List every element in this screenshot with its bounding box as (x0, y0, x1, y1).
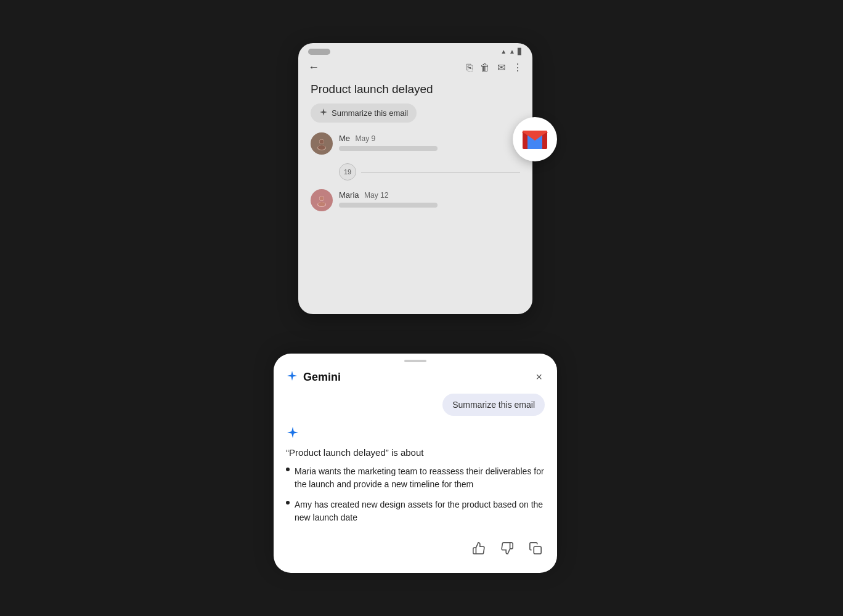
chat-bubble-row: Summarize this email (274, 394, 557, 426)
signal-icon: ▲ (509, 48, 515, 55)
summarize-button[interactable]: Summarize this email (311, 103, 417, 123)
thread-item-me: Me May 9 (311, 132, 520, 155)
phone-card: ▲ ▲ ▊ ← ⎘ 🗑 ✉ ⋮ Product launch delayed (298, 43, 532, 314)
response-intro: “Product launch delayed” is about (286, 447, 545, 458)
thread-item-maria: Maria May 12 (311, 189, 520, 211)
phone-toolbar: ← ⎘ 🗑 ✉ ⋮ (298, 57, 532, 78)
collapse-line (361, 172, 520, 172)
sheet-actions (274, 532, 557, 561)
avatar-me (311, 132, 333, 155)
sheet-handle (404, 360, 426, 362)
phone-content: Product launch delayed Summarize this em… (298, 78, 532, 225)
bullet-list: Maria wants the marketing team to reasse… (286, 465, 545, 524)
delete-icon[interactable]: 🗑 (480, 62, 490, 73)
bullet-dot-1 (286, 468, 290, 471)
status-icons: ▲ ▲ ▊ (500, 48, 523, 55)
svg-point-7 (318, 202, 325, 206)
summarize-icon (319, 108, 328, 118)
svg-point-2 (320, 140, 324, 144)
status-bar: ▲ ▲ ▊ (298, 43, 532, 57)
thumbs-down-button[interactable] (498, 539, 516, 561)
gemini-star-icon (286, 370, 298, 385)
more-icon[interactable]: ⋮ (513, 62, 523, 73)
sender-me: Me (339, 134, 350, 143)
thread-meta-maria: Maria May 12 (339, 189, 520, 208)
sheet-handle-row (274, 354, 557, 366)
collapse-row: 19 (339, 163, 520, 180)
svg-point-3 (318, 145, 325, 150)
battery-icon: ▊ (518, 48, 523, 55)
preview-bar-maria (339, 203, 438, 208)
bullet-dot-2 (286, 501, 290, 505)
email-subject: Product launch delayed (311, 83, 520, 96)
gemini-response: “Product launch delayed” is about Maria … (274, 426, 557, 524)
avatar-maria (311, 189, 333, 211)
sender-maria: Maria (339, 190, 359, 200)
gemini-title-text: Gemini (303, 371, 341, 384)
close-icon: × (536, 371, 542, 383)
mail-icon[interactable]: ✉ (497, 62, 505, 73)
close-button[interactable]: × (533, 368, 545, 386)
date-me: May 9 (356, 134, 376, 143)
summarize-label: Summarize this email (332, 108, 408, 118)
copy-button[interactable] (526, 539, 545, 561)
collapse-badge[interactable]: 19 (339, 163, 356, 180)
date-maria: May 12 (364, 191, 388, 200)
gmail-logo (513, 117, 557, 161)
archive-icon[interactable]: ⎘ (466, 62, 473, 73)
list-item: Amy has created new design assets for th… (286, 498, 545, 524)
back-icon[interactable]: ← (308, 61, 319, 74)
sheet-header: Gemini × (274, 366, 557, 394)
bullet-text-1: Maria wants the marketing team to reasse… (295, 465, 545, 491)
gemini-title-row: Gemini (286, 370, 341, 385)
user-message-text: Summarize this email (452, 400, 535, 410)
thumbs-up-button[interactable] (470, 539, 488, 561)
list-item: Maria wants the marketing team to reasse… (286, 465, 545, 491)
bullet-text-2: Amy has created new design assets for th… (295, 498, 545, 524)
wifi-icon: ▲ (500, 48, 507, 55)
user-message-bubble: Summarize this email (442, 394, 545, 416)
scene: ▲ ▲ ▊ ← ⎘ 🗑 ✉ ⋮ Product launch delayed (274, 43, 569, 573)
preview-bar-me (339, 146, 438, 151)
response-star-icon (286, 426, 545, 442)
svg-rect-8 (534, 546, 541, 554)
collapse-count: 19 (344, 168, 351, 176)
svg-point-6 (320, 197, 324, 201)
thread-meta-me: Me May 9 (339, 132, 520, 151)
gemini-sheet: Gemini × Summarize this email “Product l… (274, 354, 557, 573)
status-pill (308, 49, 330, 55)
